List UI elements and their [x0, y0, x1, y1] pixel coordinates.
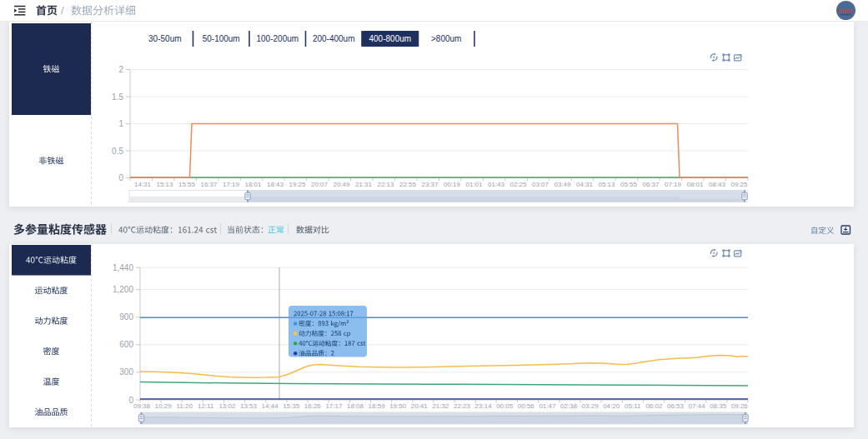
svg-text:300: 300 [119, 367, 133, 377]
svg-text:15:35: 15:35 [283, 402, 300, 410]
svg-text:12:11: 12:11 [198, 402, 214, 410]
svg-text:2: 2 [118, 65, 123, 74]
svg-text:22:55: 22:55 [399, 181, 417, 188]
svg-text:06:37: 06:37 [642, 181, 660, 188]
svg-text:05:11: 05:11 [625, 402, 641, 410]
svg-text:03:29: 03:29 [582, 402, 600, 410]
svg-text:00:05: 00:05 [496, 402, 514, 410]
svg-text:200-400um: 200-400um [313, 34, 355, 43]
svg-text:0.5: 0.5 [112, 147, 123, 156]
svg-text:14:44: 14:44 [262, 402, 279, 410]
svg-text:13:53: 13:53 [240, 402, 258, 410]
svg-text:20:49: 20:49 [333, 181, 350, 188]
svg-text:08:01: 08:01 [686, 181, 704, 188]
svg-text:02:38: 02:38 [560, 402, 578, 410]
svg-text:23:37: 23:37 [421, 181, 439, 188]
svg-text:04:20: 04:20 [603, 402, 620, 410]
svg-text:22:23: 22:23 [454, 402, 471, 410]
svg-text:18:43: 18:43 [267, 181, 284, 188]
svg-text:30-50um: 30-50um [148, 34, 181, 43]
svg-text:19:50: 19:50 [389, 402, 407, 410]
svg-text:01:47: 01:47 [539, 402, 556, 410]
svg-text:02:25: 02:25 [509, 181, 527, 188]
svg-text:20:41: 20:41 [411, 402, 429, 410]
svg-text:03:07: 03:07 [532, 181, 549, 188]
svg-text:05:55: 05:55 [620, 181, 638, 188]
svg-text:09:25: 09:25 [730, 181, 748, 188]
svg-text:01:01: 01:01 [465, 181, 483, 188]
svg-text:21:32: 21:32 [432, 402, 449, 410]
svg-text:11:20: 11:20 [176, 402, 193, 410]
svg-text:08:35: 08:35 [710, 402, 727, 410]
svg-text:15:13: 15:13 [156, 181, 173, 188]
svg-text:06:53: 06:53 [667, 402, 685, 410]
svg-text:900: 900 [119, 312, 133, 322]
svg-text:18:59: 18:59 [369, 402, 386, 410]
svg-text:06:02: 06:02 [645, 402, 663, 410]
svg-text:05:13: 05:13 [598, 181, 615, 188]
svg-text:1.5: 1.5 [112, 92, 123, 102]
svg-text:08:43: 08:43 [709, 181, 726, 188]
svg-text:15:55: 15:55 [178, 181, 196, 188]
svg-text:20:07: 20:07 [311, 181, 329, 188]
svg-text:09:38: 09:38 [133, 402, 151, 410]
svg-text:18:01: 18:01 [244, 181, 262, 188]
svg-text:1,440: 1,440 [113, 263, 133, 272]
svg-text:03:49: 03:49 [554, 181, 571, 188]
svg-text:19:25: 19:25 [288, 181, 306, 188]
svg-text:04:31: 04:31 [576, 181, 594, 188]
svg-text:07:19: 07:19 [665, 181, 682, 188]
svg-text:17:17: 17:17 [325, 402, 343, 410]
svg-text:17:19: 17:19 [223, 181, 240, 188]
svg-text:22:13: 22:13 [377, 181, 394, 188]
svg-text:400-800um: 400-800um [369, 34, 412, 43]
svg-text:23:14: 23:14 [475, 402, 493, 410]
svg-text:100-200um: 100-200um [257, 34, 299, 43]
svg-text:00:56: 00:56 [518, 402, 535, 410]
svg-text:09:26: 09:26 [731, 402, 749, 410]
svg-text:16:37: 16:37 [200, 181, 218, 188]
svg-text:07:44: 07:44 [689, 402, 706, 410]
svg-text:18:08: 18:08 [347, 402, 364, 410]
svg-text:600: 600 [119, 340, 133, 349]
svg-text:21:31: 21:31 [355, 181, 373, 188]
svg-text:1,200: 1,200 [113, 285, 133, 294]
svg-text:1: 1 [118, 119, 123, 128]
svg-text:10:29: 10:29 [155, 402, 173, 410]
svg-text:16:26: 16:26 [304, 402, 322, 410]
svg-text:>800um: >800um [431, 34, 461, 43]
svg-text:01:43: 01:43 [488, 181, 505, 188]
svg-text:00:19: 00:19 [444, 181, 461, 188]
svg-text:0: 0 [118, 173, 123, 182]
svg-text:50-100um: 50-100um [203, 34, 240, 43]
svg-text:14:31: 14:31 [134, 181, 152, 188]
svg-text:13:02: 13:02 [218, 402, 236, 410]
